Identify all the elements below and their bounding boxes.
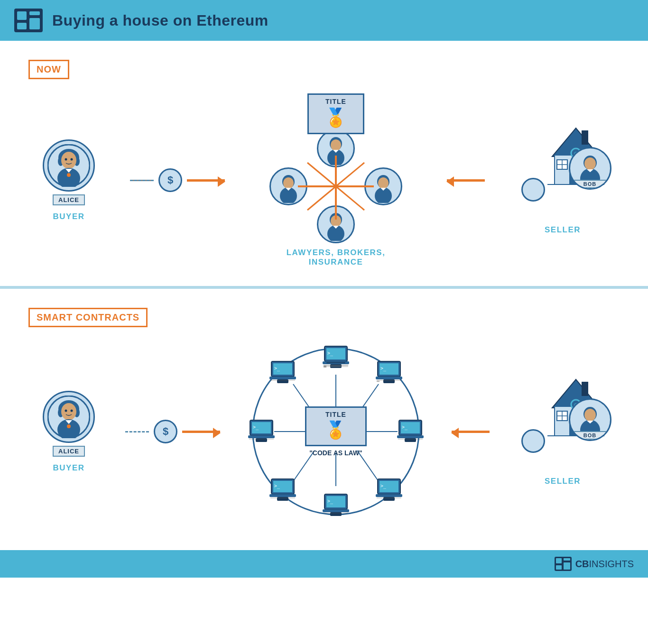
svg-text:>_: >_ [402,424,408,430]
line1 [130,180,154,181]
tree-smart [521,429,545,453]
buyer-label-smart: BUYER [53,463,84,473]
svg-rect-119 [269,494,296,497]
title-doc-smart: TITLE 🏅 [305,406,367,446]
footer: CBINSIGHTS [0,550,648,578]
alice-circle-now [43,139,95,192]
svg-rect-101 [397,435,424,438]
svg-point-12 [65,158,67,160]
arrow-left-smart [452,431,490,433]
svg-rect-3 [29,18,40,29]
seller-label-smart: SELLER [545,477,581,486]
svg-text:>_: >_ [274,483,280,489]
center-title-smart: TITLE 🏅 "CODE AS LAW" [305,406,367,457]
center-role-label-now: LAWYERS, BROKERS, INSURANCE [287,248,386,267]
svg-line-19 [307,163,336,186]
svg-rect-102 [405,438,416,442]
svg-rect-94 [376,377,402,379]
laptop-top-right: >_ [376,360,402,385]
svg-rect-95 [383,379,395,383]
title-doc-now: TITLE 🏅 [307,93,364,134]
section-now: NOW [0,41,648,289]
svg-point-70 [71,409,73,412]
svg-rect-85 [326,362,345,363]
laptop-bottom-left: >_ [269,478,296,503]
svg-rect-126 [256,438,267,442]
svg-text:>_: >_ [274,366,280,371]
cbinsights-logo-header [14,9,43,32]
svg-text:>_: >_ [380,366,387,371]
tree-now [521,178,545,202]
svg-point-151 [584,409,596,421]
code-as-law-label: "CODE AS LAW" [309,449,362,457]
laptop-bottom: >_ [323,493,349,518]
svg-text:>_: >_ [253,424,259,430]
footer-brand-bold: CB [575,559,589,569]
laptop-top-left: >_ [269,360,296,385]
svg-text:>_: >_ [380,483,387,489]
svg-rect-154 [556,558,562,563]
svg-rect-114 [330,512,342,516]
seller-to-center-arrow-now [447,179,485,182]
seller-bob-smart: ⊕ BOB SELLER [515,377,610,486]
arrow-right-now [187,179,225,182]
buyer-label-now: BUYER [53,212,84,221]
bob-label-now: BOB [570,180,610,188]
svg-point-69 [65,409,67,412]
network-center-smart: >_ >_ >_ >_ >_ >_ >_ [246,341,426,522]
svg-rect-157 [556,565,562,570]
seller-to-center-arrow-smart [452,431,490,433]
svg-rect-135 [582,382,588,396]
svg-rect-108 [383,497,395,501]
buyer-to-center-arrows-now: $ [130,168,225,192]
svg-point-9 [61,152,76,169]
laptop-right: >_ [397,419,424,444]
svg-rect-120 [277,497,288,501]
center-group-now: TITLE 🏅 [255,93,417,267]
footer-logo: CBINSIGHTS [555,557,634,571]
arrow-left-now [447,179,485,182]
section-smart: SMART CONTRACTS ALICE BUYER $ [0,289,648,541]
svg-point-13 [71,158,73,160]
title-label-now: TITLE [309,98,363,105]
buyer-alice-now: ALICE BUYER [38,139,100,221]
title-label-smart: TITLE [306,411,365,418]
smart-diagram-row: ALICE BUYER $ [28,341,620,522]
laptop-left: >_ [248,419,275,444]
now-badge: NOW [28,60,69,79]
svg-line-21 [307,186,336,210]
svg-rect-132 [277,379,288,383]
bob-circle-now: BOB [569,147,611,190]
svg-rect-87 [324,365,348,367]
svg-rect-2 [29,11,40,15]
svg-line-22 [336,186,364,210]
alice-label-smart: ALICE [53,446,85,457]
svg-rect-44 [582,130,588,145]
svg-rect-107 [376,494,402,497]
footer-brand-light: INSIGHTS [589,559,634,569]
footer-logo-icon [555,557,572,571]
seller-bob-now: ⊕ BOB SELLER [515,126,610,235]
diamond-arrangement [269,129,402,243]
svg-rect-156 [564,562,570,570]
alice-circle-smart [43,391,95,443]
laptop-top: >_ [323,345,349,370]
svg-rect-4 [17,23,27,29]
bob-label-smart: BOB [570,431,610,440]
smart-contracts-badge: SMART CONTRACTS [28,308,148,327]
svg-rect-113 [323,509,349,512]
arrow-right-smart [182,431,220,433]
buyer-to-center-arrows-smart: $ [125,420,220,443]
dollar-smart: $ [154,420,177,443]
svg-rect-125 [248,435,275,438]
page-title: Buying a house on Ethereum [52,12,268,29]
svg-point-66 [61,403,76,420]
svg-rect-131 [269,377,296,379]
svg-rect-155 [564,558,570,561]
svg-rect-1 [17,11,27,20]
footer-brand: CBINSIGHTS [575,559,634,570]
dollar-now: $ [158,168,182,192]
svg-line-20 [336,163,364,186]
svg-point-71 [67,424,71,428]
laptop-bottom-right: >_ [376,478,402,503]
